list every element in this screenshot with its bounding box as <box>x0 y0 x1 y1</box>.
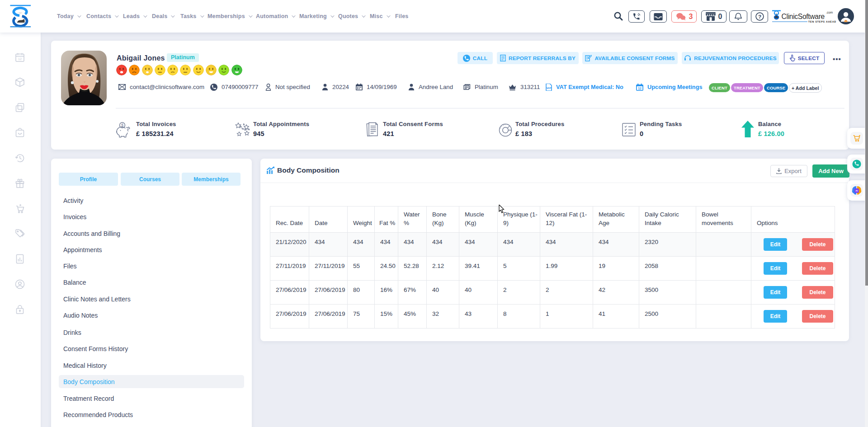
svg-text:ClinicSoftware: ClinicSoftware <box>782 13 825 20</box>
svg-text:.com: .com <box>826 11 833 14</box>
svg-text:12: 12 <box>638 86 642 89</box>
svg-text:TEN STEPS AHEAD: TEN STEPS AHEAD <box>808 20 836 23</box>
svg-text:VAT: VAT <box>546 86 551 89</box>
svg-text:12: 12 <box>18 57 22 61</box>
svg-text:?: ? <box>758 14 761 20</box>
svg-text:AI: AI <box>855 189 858 192</box>
